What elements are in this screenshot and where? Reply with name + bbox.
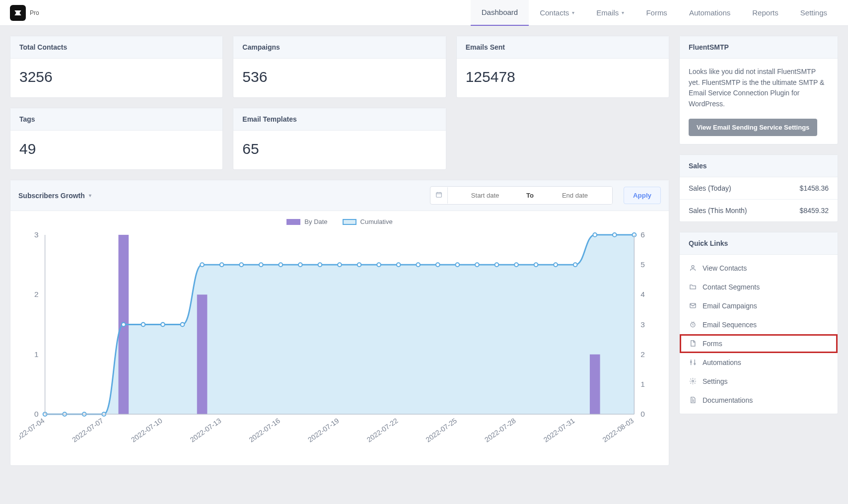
svg-text:2022-07-13: 2022-07-13 [189, 417, 223, 444]
svg-text:2022-08-03: 2022-08-03 [601, 417, 636, 444]
calendar-icon [430, 187, 448, 204]
svg-point-36 [455, 263, 459, 267]
stats-row-1: Total Contacts3256Campaigns536Emails Sen… [10, 36, 669, 98]
svg-point-40 [534, 263, 538, 267]
svg-text:5: 5 [640, 260, 645, 269]
quicklink-label: Automations [703, 359, 741, 366]
quicklink-label: Contact Segments [703, 283, 760, 291]
svg-point-23 [200, 263, 204, 267]
svg-point-60 [692, 266, 694, 268]
sales-row: Sales (This Month)$8459.32 [680, 199, 838, 221]
sales-label: Sales (Today) [689, 184, 731, 192]
svg-text:2022-07-28: 2022-07-28 [483, 417, 517, 444]
svg-text:4: 4 [640, 290, 645, 298]
svg-point-42 [573, 263, 577, 267]
fluentsmtp-body: Looks like you did not install FluentSMT… [689, 67, 829, 110]
svg-point-24 [220, 263, 224, 267]
nav-emails[interactable]: Emails▾ [585, 0, 635, 26]
quicklink-email-sequences[interactable]: Email Sequences [680, 315, 838, 334]
gear-icon [689, 377, 697, 385]
svg-point-37 [475, 263, 479, 267]
nav-contacts[interactable]: Contacts▾ [529, 0, 585, 26]
svg-text:2022-07-16: 2022-07-16 [247, 417, 282, 444]
chart-svg: 012301234562022-07-042022-07-072022-07-1… [19, 228, 660, 459]
stat-label: Campaigns [233, 36, 445, 59]
chevron-down-icon: ▾ [572, 10, 574, 15]
filter-icon [689, 359, 697, 366]
stat-label: Tags [10, 108, 222, 131]
quicklink-contact-segments[interactable]: Contact Segments [680, 278, 838, 296]
svg-point-30 [338, 263, 342, 267]
pro-badge: Pro [30, 9, 39, 16]
svg-text:2022-07-25: 2022-07-25 [424, 417, 458, 444]
date-to-label: To [522, 192, 538, 199]
svg-rect-13 [197, 294, 208, 414]
svg-text:1: 1 [34, 350, 39, 359]
chart-title-dropdown[interactable]: Subscribers Growth ▾ [18, 192, 91, 200]
sales-value: $8459.32 [800, 207, 829, 215]
svg-point-27 [279, 263, 283, 267]
svg-text:0: 0 [640, 410, 645, 418]
user-icon [689, 264, 697, 272]
end-date-input[interactable] [538, 187, 612, 204]
chevron-down-icon: ▾ [622, 10, 624, 15]
nav-dashboard[interactable]: Dashboard [471, 0, 529, 26]
quicklink-automations[interactable]: Automations [680, 353, 838, 372]
sales-panel: Sales Sales (Today)$1458.36Sales (This M… [679, 154, 838, 222]
stat-value: 125478 [457, 59, 669, 97]
svg-point-22 [181, 323, 185, 327]
start-date-input[interactable] [448, 187, 522, 204]
svg-point-19 [122, 323, 126, 327]
folder-icon [689, 283, 697, 291]
stat-tags: Tags49 [10, 108, 223, 170]
svg-text:2: 2 [640, 350, 645, 359]
legend-bydate: By Date [304, 218, 327, 225]
file-icon [689, 340, 697, 348]
quicklink-email-campaigns[interactable]: Email Campaigns [680, 296, 838, 315]
svg-point-35 [436, 263, 440, 267]
nav-forms[interactable]: Forms [635, 0, 678, 26]
quicklink-settings[interactable]: Settings [680, 372, 838, 391]
svg-text:1: 1 [640, 380, 645, 388]
quicklink-label: Forms [703, 340, 722, 348]
svg-point-32 [377, 263, 381, 267]
logo-wrap: Pro [10, 5, 39, 21]
chart-body: By Date Cumulative 012301234562022-07-04… [10, 211, 669, 465]
svg-text:3: 3 [640, 320, 645, 329]
apply-button[interactable]: Apply [624, 187, 661, 204]
nav-label: Reports [752, 8, 778, 17]
svg-point-20 [141, 323, 145, 327]
quicklink-view-contacts[interactable]: View Contacts [680, 259, 838, 278]
quicklink-forms[interactable]: Forms [680, 334, 838, 353]
sales-value: $1458.36 [800, 184, 829, 192]
app-logo[interactable] [10, 5, 26, 21]
svg-point-31 [357, 263, 361, 267]
doc-icon [689, 396, 697, 404]
svg-rect-14 [590, 355, 600, 414]
svg-text:2022-07-22: 2022-07-22 [365, 417, 400, 444]
svg-point-34 [416, 263, 420, 267]
quicklink-documentations[interactable]: Documentations [680, 391, 838, 410]
quicklinks-panel: Quick Links View ContactsContact Segment… [679, 232, 838, 414]
svg-point-28 [298, 263, 302, 267]
chart-legend: By Date Cumulative [19, 218, 660, 225]
svg-point-44 [613, 233, 617, 237]
stat-value: 49 [10, 131, 222, 169]
growth-chart-panel: Subscribers Growth ▾ To Apply By Date [10, 180, 669, 466]
date-range-picker[interactable]: To [430, 186, 613, 205]
sales-label: Sales (This Month) [689, 207, 747, 215]
svg-text:6: 6 [640, 230, 645, 239]
nav-settings[interactable]: Settings [789, 0, 838, 26]
smtp-settings-button[interactable]: View Email Sending Service Settings [689, 119, 817, 136]
nav-label: Contacts [540, 8, 569, 17]
svg-point-29 [318, 263, 322, 267]
nav-automations[interactable]: Automations [678, 0, 741, 26]
nav-label: Dashboard [482, 8, 518, 16]
stat-label: Emails Sent [457, 36, 669, 59]
quicklink-label: Email Campaigns [703, 302, 757, 310]
nav-reports[interactable]: Reports [741, 0, 789, 26]
nav-label: Forms [646, 8, 667, 17]
fluentsmtp-panel: FluentSMTP Looks like you did not instal… [679, 36, 838, 144]
stat-value: 3256 [10, 59, 222, 97]
quicklinks-title: Quick Links [680, 232, 838, 255]
